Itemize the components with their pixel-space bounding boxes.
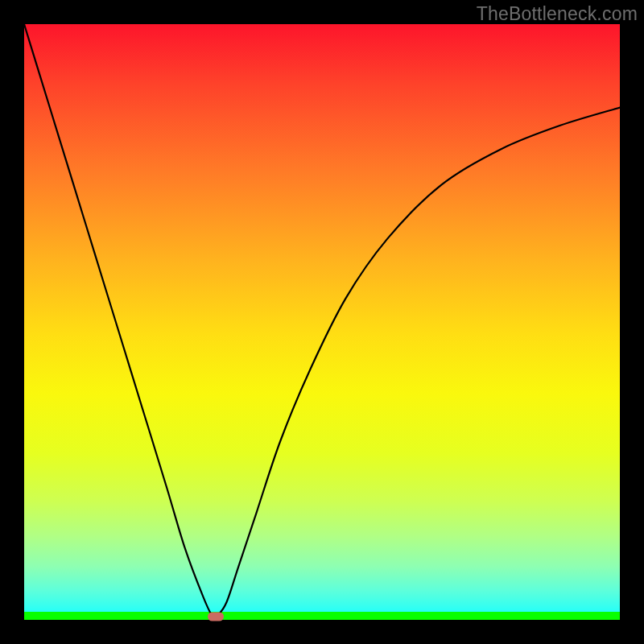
chart-plot-area [24,24,620,620]
watermark-text: TheBottleneck.com [477,3,638,25]
current-config-marker [208,612,224,621]
chart-frame: TheBottleneck.com [0,0,644,644]
bottleneck-curve [24,24,620,620]
